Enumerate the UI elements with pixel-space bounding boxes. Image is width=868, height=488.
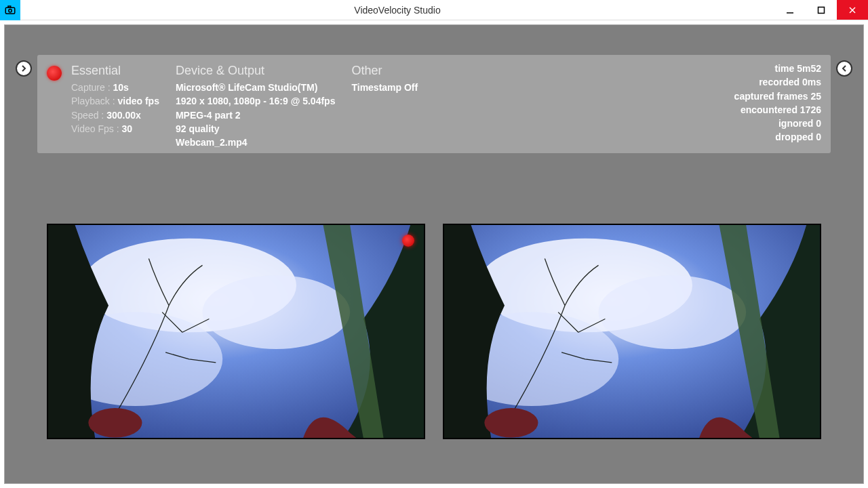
other-header: Other [351,62,418,79]
stats-column: time 5m52 recorded 0ms captured frames 2… [734,62,821,146]
playback-value: video fps [117,96,159,106]
live-preview[interactable] [47,224,425,439]
speed-label: Speed : [71,110,106,121]
app-icon [0,0,20,20]
capture-label: Capture : [71,82,113,93]
playback-label: Playback : [71,96,117,106]
svg-rect-0 [5,7,15,14]
minimize-button[interactable] [774,0,806,20]
stat-dropped: dropped 0 [734,130,821,144]
svg-point-14 [599,275,747,349]
videofps-label: Video Fps : [71,123,121,134]
stat-recorded: recorded 0ms [734,75,821,89]
titlebar: VideoVelocity Studio [0,0,868,20]
output-preview[interactable] [443,224,821,439]
device-filename: Webcam_2.mp4 [176,136,335,149]
content-frame: Essential Capture : 10s Playback : video… [0,20,868,488]
stat-captured: captured frames 25 [734,89,821,103]
close-button[interactable] [837,0,868,20]
videofps-value: 30 [121,123,132,134]
capture-value: 10s [113,82,128,93]
svg-rect-4 [818,7,825,13]
essential-header: Essential [71,62,159,79]
stat-time: time 5m52 [734,62,821,75]
speed-value: 300.00x [106,110,141,121]
workspace: Essential Capture : 10s Playback : video… [4,24,864,484]
window-title: VideoVelocity Studio [20,5,774,16]
record-indicator-icon [47,66,62,81]
svg-point-11 [88,408,142,438]
svg-rect-2 [8,6,11,7]
device-resolution: 1920 x 1080, 1080p - 16:9 @ 5.04fps [176,94,335,108]
expand-right-button[interactable] [836,60,852,77]
info-panel: Essential Capture : 10s Playback : video… [37,55,831,153]
device-name: Microsoft® LifeCam Studio(TM) [176,81,335,94]
timestamp-status: Timestamp Off [351,81,418,94]
other-column: Other Timestamp Off [351,62,418,146]
window-controls [774,0,868,20]
preview-container [47,224,821,439]
stat-ignored: ignored 0 [734,117,821,130]
stat-encountered: encountered 1726 [734,103,821,117]
device-header: Device & Output [176,62,335,79]
essential-column: Essential Capture : 10s Playback : video… [71,62,159,146]
svg-point-1 [9,9,12,12]
device-column: Device & Output Microsoft® LifeCam Studi… [176,62,335,146]
device-quality: 92 quality [176,122,335,136]
svg-point-16 [484,408,538,438]
device-codec: MPEG-4 part 2 [176,108,335,122]
maximize-button[interactable] [806,0,837,20]
expand-left-button[interactable] [16,60,32,77]
svg-point-9 [203,275,351,349]
record-dot-icon [402,235,414,247]
